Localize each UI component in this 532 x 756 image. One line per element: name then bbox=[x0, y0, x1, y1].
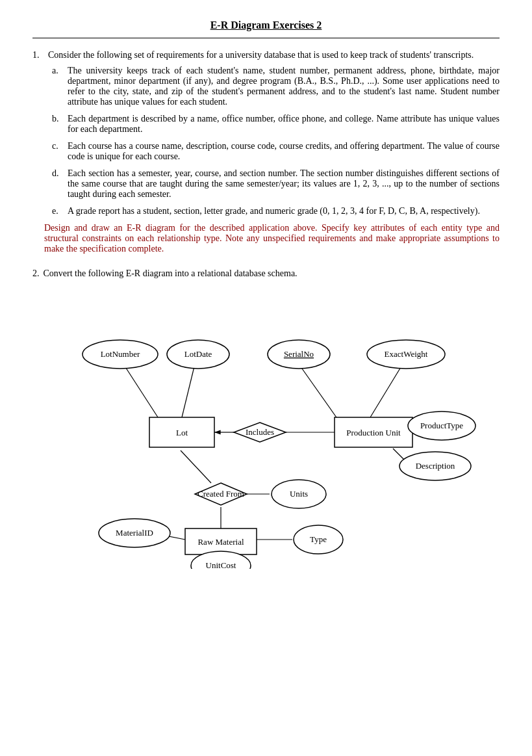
raw-material-label: Raw Material bbox=[197, 537, 244, 547]
material-id-label: MaterialID bbox=[116, 528, 153, 538]
list-item: a. The university keeps track of each st… bbox=[52, 66, 500, 107]
sub-item-b-letter: b. bbox=[52, 114, 62, 135]
q1-number: 1. bbox=[32, 50, 44, 60]
er-diagram: Lot Production Unit Raw Material Include… bbox=[32, 289, 500, 569]
svg-line-2 bbox=[123, 364, 159, 419]
svg-line-4 bbox=[299, 364, 338, 419]
question-1: 1. Consider the following set of require… bbox=[32, 50, 500, 254]
sub-item-d-text: Each section has a semester, year, cours… bbox=[68, 168, 500, 200]
includes-label: Includes bbox=[245, 427, 273, 437]
list-item: b. Each department is described by a nam… bbox=[52, 114, 500, 135]
design-note: Design and draw an E-R diagram for the d… bbox=[44, 223, 500, 254]
serial-no-label: SerialNo bbox=[283, 349, 313, 359]
sub-item-a-letter: a. bbox=[52, 66, 62, 107]
q1-text: Consider the following set of requiremen… bbox=[48, 50, 474, 60]
lot-number-label: LotNumber bbox=[100, 349, 140, 359]
created-from-label: Created From bbox=[197, 489, 244, 499]
lot-label: Lot bbox=[175, 428, 187, 437]
list-item: e. A grade report has a student, section… bbox=[52, 206, 500, 216]
q2-number: 2. bbox=[32, 268, 40, 279]
sub-item-d-letter: d. bbox=[52, 168, 62, 200]
list-item: c. Each course has a course name, descri… bbox=[52, 141, 500, 162]
unit-cost-label: UnitCost bbox=[205, 560, 236, 569]
sub-item-c-text: Each course has a course name, descripti… bbox=[68, 141, 500, 162]
sub-item-a-text: The university keeps track of each stude… bbox=[68, 66, 500, 107]
q1-sub-items: a. The university keeps track of each st… bbox=[52, 66, 500, 216]
question-2: 2. Convert the following E-R diagram int… bbox=[32, 268, 500, 569]
svg-line-5 bbox=[370, 364, 403, 417]
exact-weight-label: ExactWeight bbox=[384, 349, 427, 359]
sub-item-e-text: A grade report has a student, section, l… bbox=[68, 206, 500, 216]
lot-date-label: LotDate bbox=[184, 349, 212, 359]
product-type-label: ProductType bbox=[420, 421, 462, 430]
sub-item-b-text: Each department is described by a name, … bbox=[68, 114, 500, 135]
sub-item-e-letter: e. bbox=[52, 206, 62, 216]
sub-item-c-letter: c. bbox=[52, 141, 62, 162]
svg-line-10 bbox=[181, 450, 211, 483]
page-title: E-R Diagram Exercises 2 bbox=[32, 20, 500, 31]
svg-line-3 bbox=[182, 364, 195, 417]
units-label: Units bbox=[289, 489, 307, 499]
list-item: d. Each section has a semester, year, co… bbox=[52, 168, 500, 200]
production-unit-label: Production Unit bbox=[346, 428, 401, 437]
type-label: Type bbox=[310, 534, 327, 544]
q2-text: Convert the following E-R diagram into a… bbox=[44, 268, 298, 279]
description-label: Description bbox=[415, 461, 455, 471]
